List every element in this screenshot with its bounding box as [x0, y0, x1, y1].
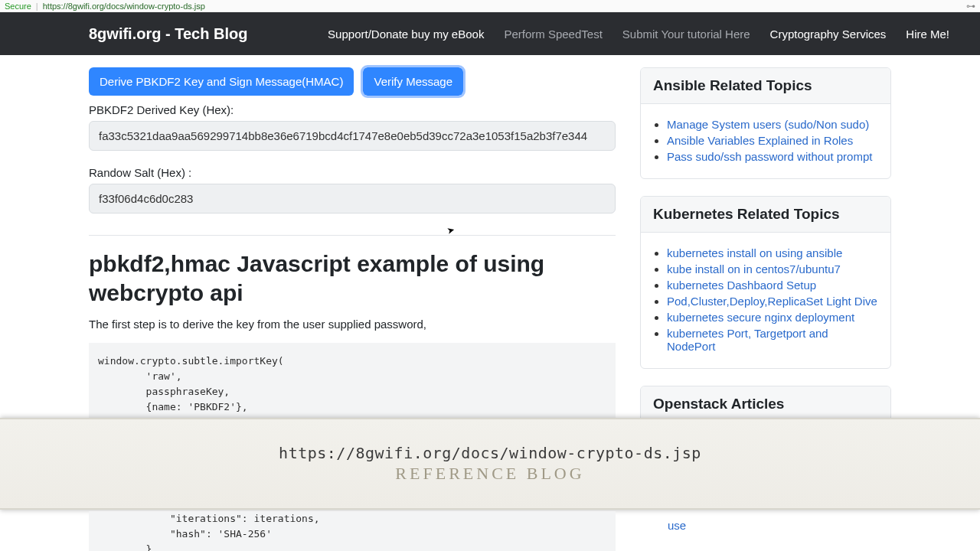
list-item[interactable]: kubernetes Dashbaord Setup: [667, 279, 878, 292]
sidebar: Ansible Related Topics Manage System use…: [640, 67, 891, 463]
derive-key-button[interactable]: Derive PBKDF2 Key and Sign Message(HMAC): [89, 67, 354, 96]
main-column: Derive PBKDF2 Key and Sign Message(HMAC)…: [89, 67, 616, 463]
list-item[interactable]: kubernetes Port, Targetport and NodePort: [667, 327, 878, 353]
divider: [89, 235, 616, 236]
derived-key-field[interactable]: fa33c5321daa9aa569299714bb8e36e6719bcd4c…: [89, 121, 616, 151]
list-item[interactable]: use: [640, 519, 891, 532]
code-block-continued: "iterations": iterations, "hash": 'SHA-2…: [89, 511, 616, 551]
salt-field[interactable]: f33f06d4c6d0c283: [89, 184, 616, 214]
reference-overlay: https://8gwifi.org/docs/window-crypto-ds…: [0, 418, 980, 510]
top-nav: 8gwifi.org - Tech Blog Support/Donate bu…: [0, 12, 980, 55]
nav-link-submit[interactable]: Submit Your tutorial Here: [622, 28, 750, 41]
browser-address-bar: Secure | https://8gwifi.org/docs/window-…: [0, 0, 980, 12]
article-lead: The first step is to derive the key from…: [89, 318, 616, 331]
salt-label: Randow Salt (Hex) :: [89, 166, 616, 179]
card-ansible-title: Ansible Related Topics: [641, 68, 890, 104]
nav-link-support[interactable]: Support/Donate buy my eBook: [328, 28, 484, 41]
list-item[interactable]: Manage System users (sudo/Non sudo): [667, 118, 878, 131]
list-item[interactable]: kubernetes install on using ansible: [667, 246, 878, 259]
nav-link-speedtest[interactable]: Perform SpeedTest: [504, 28, 602, 41]
secure-indicator: Secure: [5, 2, 31, 11]
nav-links: Support/Donate buy my eBook Perform Spee…: [328, 28, 949, 41]
address-separator: |: [36, 2, 38, 11]
overlay-subtitle: Reference BLOG: [395, 464, 584, 484]
key-icon: ⊶: [966, 1, 975, 11]
card-k8s-title: Kubernetes Related Topics: [641, 197, 890, 233]
card-openstack-title: Openstack Articles: [641, 386, 890, 422]
list-item[interactable]: Ansible Variables Explained in Roles: [667, 134, 878, 147]
card-ansible: Ansible Related Topics Manage System use…: [640, 67, 891, 179]
nav-link-hire[interactable]: Hire Me!: [906, 28, 949, 41]
list-item[interactable]: Pass sudo/ssh password without prompt: [667, 150, 878, 163]
derived-key-label: PBKDF2 Derived Key (Hex):: [89, 103, 616, 116]
list-item[interactable]: Pod,Cluster,Deploy,ReplicaSet Light Dive: [667, 295, 878, 308]
card-kubernetes: Kubernetes Related Topics kubernetes ins…: [640, 196, 891, 369]
article-title: pbkdf2,hmac Javascript example of using …: [89, 249, 616, 307]
verify-message-button[interactable]: Verify Message: [363, 67, 463, 96]
list-item[interactable]: kubernetes secure nginx deployment: [667, 311, 878, 324]
button-row: Derive PBKDF2 Key and Sign Message(HMAC)…: [89, 67, 616, 96]
sidebar-peek: use: [640, 519, 891, 532]
address-url[interactable]: https://8gwifi.org/docs/window-crypto-ds…: [43, 2, 205, 11]
nav-link-crypto[interactable]: Cryptography Services: [770, 28, 887, 41]
list-item[interactable]: kube install on in centos7/ubuntu7: [667, 262, 878, 276]
overlay-url: https://8gwifi.org/docs/window-crypto-ds…: [279, 444, 701, 462]
site-brand[interactable]: 8gwifi.org - Tech Blog: [89, 25, 247, 43]
page-body: Derive PBKDF2 Key and Sign Message(HMAC)…: [0, 55, 980, 463]
